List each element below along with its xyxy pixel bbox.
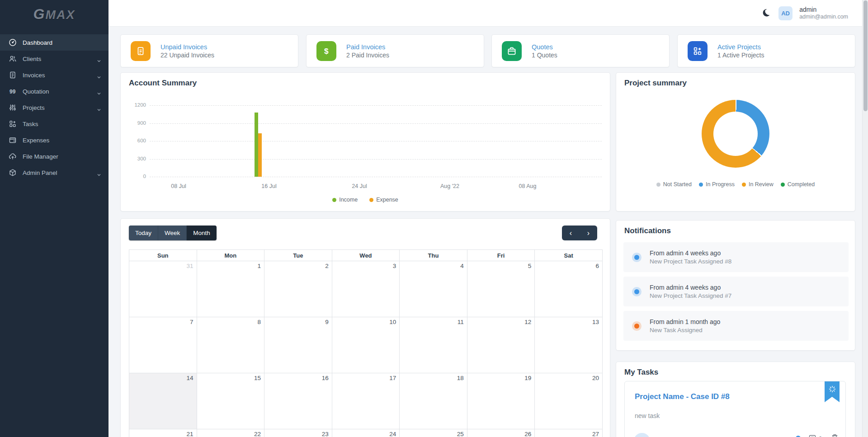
calendar-day-cell-13[interactable]: 13 (535, 317, 603, 373)
calendar-day-cell-12[interactable]: 12 (467, 317, 535, 373)
notifications-list: From admin 4 weeks agoNew Project Task A… (623, 242, 849, 341)
calendar-day-cell-2[interactable]: 2 (264, 261, 332, 317)
gridline (150, 105, 602, 106)
task-description: new task (635, 412, 660, 419)
calendar-prev-button[interactable]: ‹ (562, 226, 580, 240)
sidebar-item-invoices[interactable]: Invoices (0, 67, 108, 83)
chevron-down-icon (97, 57, 101, 65)
x-axis-tick: Aug '22 (440, 183, 459, 189)
notification-text: New Project Task Assigned #8 (650, 258, 731, 265)
page-scrollbar[interactable] (862, 0, 868, 437)
legend-dot (742, 183, 746, 187)
stat-card-title[interactable]: Paid Invoices (346, 43, 389, 51)
calendar-next-button[interactable]: › (580, 226, 597, 240)
sidebar-item-label: Expenses (23, 137, 49, 144)
sidebar-item-clients[interactable]: Clients (0, 51, 108, 67)
task-bookmark-ribbon[interactable] (825, 381, 840, 402)
notification-dot-wrap (623, 289, 650, 294)
stat-card-title[interactable]: Active Projects (717, 43, 764, 51)
stat-card-subtitle: 22 Unpaid Invoices (160, 52, 214, 59)
y-axis-tick: 0 (123, 174, 146, 179)
notification-dot (634, 324, 639, 329)
sidebar-item-quotation[interactable]: 99Quotation (0, 83, 108, 99)
file-invoice-icon (9, 71, 17, 79)
user-menu[interactable]: admin admin@admin.com (799, 6, 848, 21)
sidebar-item-file-manager[interactable]: File Manager (0, 148, 108, 164)
user-name: admin (799, 6, 848, 14)
user-avatar[interactable]: AD (778, 6, 793, 20)
calendar-day-cell-27[interactable]: 27 (535, 429, 603, 437)
legend-item-in-progress[interactable]: In Progress (699, 181, 735, 188)
task-assignee-avatar[interactable]: AD (634, 433, 650, 437)
trash-icon[interactable] (831, 433, 839, 437)
task-comments-button[interactable]: 0 (808, 434, 822, 437)
calendar-day-cell-7[interactable]: 7 (129, 317, 197, 373)
legend-label: In Progress (706, 181, 735, 188)
calendar-day-cell-24[interactable]: 24 (332, 429, 400, 437)
calendar-day-header-mon: Mon (197, 250, 264, 261)
calendar-day-cell-1[interactable]: 1 (197, 261, 264, 317)
scrollbar-thumb[interactable] (863, 0, 868, 111)
x-axis-tick: 24 Jul (352, 183, 367, 189)
calendar-day-cell-19[interactable]: 19 (467, 373, 535, 429)
box-icon (9, 169, 17, 177)
dark-mode-toggle[interactable] (760, 8, 772, 19)
sidebar-item-expenses[interactable]: Expenses (0, 132, 108, 148)
legend-item-expense[interactable]: Expense (369, 197, 398, 203)
calendar-day-cell-31[interactable]: 31 (129, 261, 197, 317)
calendar-day-cell-14[interactable]: 14 (129, 373, 197, 429)
sidebar-item-label: File Manager (23, 153, 58, 160)
comment-count: 0 (819, 435, 822, 437)
stat-card-title[interactable]: Unpaid Invoices (160, 43, 214, 51)
calendar-view-today-button[interactable]: Today (129, 226, 158, 240)
sidebar-item-dashboard[interactable]: Dashboard (0, 34, 108, 51)
project-summary-legend: Not StartedIn ProgressIn ReviewCompleted (616, 181, 855, 188)
gridline (150, 123, 602, 124)
calendar-day-cell-10[interactable]: 10 (332, 317, 400, 373)
calendar-day-cell-4[interactable]: 4 (400, 261, 467, 317)
quote-icon: 99 (9, 87, 17, 95)
calendar-view-month-button[interactable]: Month (187, 226, 217, 240)
notification-item[interactable]: From admin 4 weeks agoNew Project Task A… (623, 277, 849, 306)
calendar-day-cell-16[interactable]: 16 (264, 373, 332, 429)
calendar-day-cell-9[interactable]: 9 (264, 317, 332, 373)
calendar-day-cell-11[interactable]: 11 (400, 317, 467, 373)
calendar-view-week-button[interactable]: Week (158, 226, 187, 240)
calendar-day-cell-5[interactable]: 5 (467, 261, 535, 317)
legend-dot (656, 183, 660, 187)
calendar-day-cell-17[interactable]: 17 (332, 373, 400, 429)
calendar-day-cell-15[interactable]: 15 (197, 373, 264, 429)
calendar-day-cell-21[interactable]: 21 (129, 429, 197, 437)
sidebar-item-label: Invoices (23, 72, 45, 79)
account-summary-title: Account Summary (129, 79, 197, 88)
calendar-day-cell-25[interactable]: 25 (400, 429, 467, 437)
notification-item[interactable]: From admin 1 month agoNew Task Assigned (623, 311, 849, 341)
account-summary-legend: IncomeExpense (121, 197, 610, 203)
legend-item-completed[interactable]: Completed (781, 181, 815, 188)
dashboard-page: GMAX DashboardClientsInvoices99Quotation… (0, 0, 868, 437)
legend-item-income[interactable]: Income (332, 197, 358, 203)
legend-item-not-started[interactable]: Not Started (656, 181, 692, 188)
cloud-upload-icon (9, 152, 17, 160)
legend-dot (699, 183, 703, 187)
calendar-day-cell-3[interactable]: 3 (332, 261, 400, 317)
task-title-link[interactable]: Project Name - Case ID #8 (635, 392, 730, 401)
calendar-day-cell-22[interactable]: 22 (197, 429, 264, 437)
invoice-icon (131, 41, 151, 61)
notification-item[interactable]: From admin 4 weeks agoNew Project Task A… (623, 242, 849, 272)
brand-logo[interactable]: GMAX (0, 0, 108, 28)
calendar-day-cell-18[interactable]: 18 (400, 373, 467, 429)
calendar-day-cell-23[interactable]: 23 (264, 429, 332, 437)
legend-item-in-review[interactable]: In Review (742, 181, 774, 188)
calendar-day-cell-8[interactable]: 8 (197, 317, 264, 373)
sidebar-item-label: Dashboard (23, 39, 52, 46)
sidebar-item-projects[interactable]: Projects (0, 99, 108, 116)
sidebar-item-admin-panel[interactable]: Admin Panel (0, 164, 108, 181)
calendar-day-cell-26[interactable]: 26 (467, 429, 535, 437)
legend-label: Completed (788, 181, 815, 188)
sidebar-item-tasks[interactable]: Tasks (0, 116, 108, 132)
calendar-day-cell-20[interactable]: 20 (535, 373, 603, 429)
svg-text:$: $ (324, 47, 329, 56)
stat-card-title[interactable]: Quotes (532, 43, 557, 51)
calendar-day-cell-6[interactable]: 6 (535, 261, 603, 317)
